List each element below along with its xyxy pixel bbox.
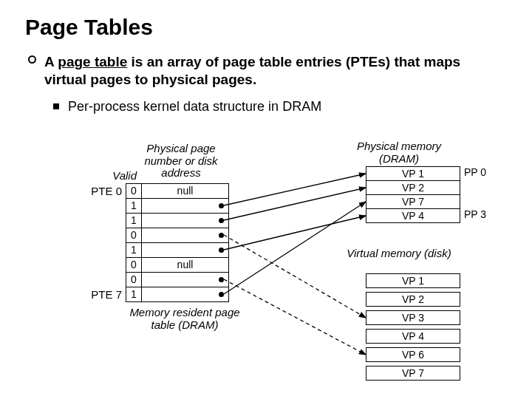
pointer-dot-icon	[219, 248, 224, 253]
table-row: 0null	[126, 258, 229, 273]
pp0-label: PP 0	[464, 166, 494, 178]
memory-resident-label: Memory resident page table (DRAM)	[126, 307, 244, 331]
page-table: 0null 1 1 0 1 0null 0 1	[126, 183, 229, 302]
virt-page-box: VP 4	[366, 329, 460, 344]
virt-page-box: VP 7	[366, 366, 460, 381]
valid-cell: 1	[126, 214, 142, 228]
addr-cell	[142, 273, 229, 287]
pointer-dot-icon	[219, 203, 224, 208]
table-row: 0	[126, 228, 229, 243]
diagram: Valid Physical page number or disk addre…	[0, 126, 532, 399]
valid-cell: 0	[126, 273, 142, 287]
valid-cell: 1	[126, 243, 142, 258]
valid-cell: 1	[126, 287, 142, 302]
phys-page-box: VP 4	[366, 208, 460, 223]
pointer-dot-icon	[219, 277, 224, 282]
page-title: Page Tables	[25, 15, 153, 40]
virt-page-box: VP 2	[366, 292, 460, 307]
pointer-dot-icon	[219, 218, 224, 223]
table-row: 1	[126, 287, 229, 302]
virt-page-box: VP 3	[366, 310, 460, 325]
svg-line-2	[224, 216, 366, 250]
valid-cell: 0	[126, 228, 142, 243]
main-bullet-pre: A	[44, 54, 58, 69]
svg-line-0	[224, 174, 366, 205]
phys-page-box: VP 2	[366, 180, 460, 195]
svg-line-5	[224, 279, 366, 355]
table-row: 1	[126, 243, 229, 258]
addr-cell: null	[142, 258, 229, 273]
physical-memory-label: Physical memory (DRAM)	[336, 140, 462, 165]
virt-page-box: VP 6	[366, 347, 460, 362]
virt-page-box: VP 1	[366, 273, 460, 288]
valid-cell: 0	[126, 258, 142, 273]
addr-cell	[142, 228, 229, 243]
main-bullet-term: page table	[58, 54, 127, 69]
valid-cell: 1	[126, 199, 142, 214]
pte7-label: PTE 7	[85, 288, 122, 301]
table-row: 0	[126, 273, 229, 287]
table-row: 1	[126, 199, 229, 214]
addr-cell: null	[142, 184, 229, 199]
svg-line-1	[224, 188, 366, 220]
pointer-dot-icon	[219, 292, 224, 297]
addr-cell	[142, 214, 229, 228]
phys-page-box: VP 1	[366, 166, 460, 181]
bullet-circle-icon	[28, 55, 36, 64]
pointer-dot-icon	[219, 233, 224, 238]
valid-header-label: Valid	[100, 170, 137, 183]
phys-page-box: VP 7	[366, 194, 460, 209]
addr-cell	[142, 199, 229, 214]
virtual-memory-label: Virtual memory (disk)	[344, 248, 454, 260]
addr-cell	[142, 287, 229, 302]
bullet-square-icon	[53, 103, 59, 109]
pp3-label: PP 3	[464, 208, 494, 220]
sub-bullet-text: Per-process kernel data structure in DRA…	[68, 99, 321, 114]
table-row: 0null	[126, 184, 229, 199]
table-row: 1	[126, 214, 229, 228]
ppn-header-label: Physical page number or disk address	[140, 143, 222, 180]
sub-bullet: Per-process kernel data structure in DRA…	[68, 99, 482, 115]
pte0-label: PTE 0	[85, 185, 122, 197]
valid-cell: 0	[126, 184, 142, 199]
main-bullet: A page table is an array of page table e…	[44, 53, 488, 89]
addr-cell	[142, 243, 229, 258]
